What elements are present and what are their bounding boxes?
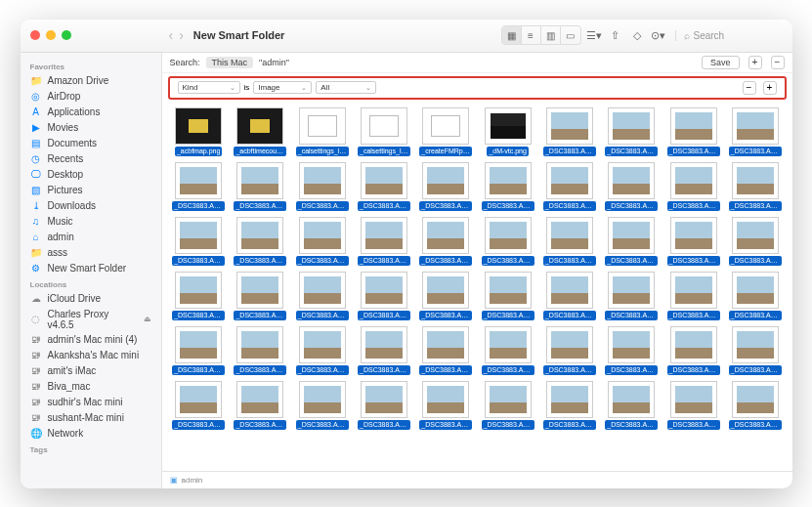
tag-icon[interactable]: ◇: [628, 26, 646, 44]
file-item[interactable]: _DSC3883.ARW: [540, 326, 598, 375]
share-icon[interactable]: ⇧: [607, 26, 624, 44]
file-item[interactable]: _DSC3883.ARW: [540, 107, 598, 156]
file-item[interactable]: _DSC3883.ARW: [170, 272, 228, 320]
remove-rule-button[interactable]: −: [771, 56, 785, 69]
filter-qualifier-select[interactable]: All⌄: [316, 81, 376, 94]
file-item[interactable]: _DSC3883.ARW: [417, 381, 475, 430]
scope-admin[interactable]: "admin": [259, 58, 289, 67]
file-item[interactable]: _DSC3883.ARW: [726, 217, 784, 266]
sidebar-item[interactable]: ▶Movies: [21, 120, 161, 136]
sidebar-item[interactable]: ◌Charles Proxy v4.6.5⏏: [21, 307, 161, 332]
sidebar-item[interactable]: 🖳admin's Mac mini (4): [21, 332, 161, 348]
file-item[interactable]: _DSC3883.ARW: [293, 381, 351, 430]
filter-value-select[interactable]: Image⌄: [253, 81, 312, 94]
sidebar-item[interactable]: 🖳Akanksha's Mac mini: [21, 348, 161, 363]
sidebar-item[interactable]: ◎AirDrop: [21, 89, 161, 105]
sidebar-item[interactable]: 🖳sudhir's Mac mini: [21, 395, 161, 410]
file-item[interactable]: _DSC3883.ARW: [293, 326, 351, 375]
file-item[interactable]: _DSC3883.ARW: [540, 272, 598, 320]
file-item[interactable]: _DSC3883.ARW: [664, 162, 722, 211]
file-item[interactable]: _DSC3883.ARW: [417, 272, 475, 320]
file-item[interactable]: _DSC3883.ARW: [417, 162, 475, 211]
file-item[interactable]: _DSC3883.ARW: [293, 272, 351, 320]
file-item[interactable]: _DSC3883.ARW: [540, 162, 598, 211]
file-item[interactable]: _DSC3883.ARW: [726, 272, 784, 320]
file-item[interactable]: _DSC3883.ARW: [603, 217, 661, 266]
file-item[interactable]: _dM-vtc.png: [479, 107, 536, 156]
sidebar-item[interactable]: AApplications: [21, 105, 161, 120]
file-item[interactable]: _DSC3883.ARW: [170, 162, 228, 211]
zoom-icon[interactable]: [62, 30, 71, 40]
file-item[interactable]: _DSC3883.ARW: [170, 326, 228, 375]
file-item[interactable]: _DSC3883.ARW: [664, 381, 722, 430]
action-dropdown[interactable]: ⊙▾: [650, 26, 667, 44]
sidebar-item[interactable]: ⤓Downloads: [21, 198, 161, 214]
file-item[interactable]: _DSC3883.ARW: [726, 326, 784, 375]
file-item[interactable]: _DSC3883.ARW: [293, 162, 351, 211]
file-item[interactable]: _DSC3883.ARW: [603, 107, 661, 156]
save-button[interactable]: Save: [702, 56, 740, 69]
file-item[interactable]: _DSC3883.ARW: [355, 217, 412, 266]
minimize-icon[interactable]: [46, 30, 56, 40]
list-view-button[interactable]: ≡: [522, 26, 541, 44]
file-item[interactable]: _DSC3883.ARW: [479, 162, 536, 211]
file-item[interactable]: _DSC3883.ARW: [479, 381, 536, 430]
file-item[interactable]: _acbftimecourse.png: [232, 107, 289, 156]
file-item[interactable]: _DSC3883.ARW: [664, 217, 722, 266]
sidebar-item[interactable]: 📁asss: [21, 245, 161, 261]
group-button[interactable]: ☰▾: [585, 26, 603, 44]
file-item[interactable]: _createFMRproject.png: [417, 107, 475, 156]
file-item[interactable]: _DSC3883.ARW: [603, 381, 661, 430]
sidebar-item[interactable]: ◷Recents: [21, 151, 161, 167]
sidebar-item[interactable]: ⚙New Smart Folder: [21, 261, 161, 276]
file-item[interactable]: _DSC3883.ARW: [417, 326, 475, 375]
file-item[interactable]: _DSC3883.ARW: [293, 217, 351, 266]
gallery-view-button[interactable]: ▭: [561, 26, 580, 44]
file-item[interactable]: _DSC3883.ARW: [726, 107, 784, 156]
file-item[interactable]: _DSC3883.ARW: [232, 217, 289, 266]
view-switcher[interactable]: ▦ ≡ ▥ ▭: [501, 25, 581, 45]
file-item[interactable]: _DSC3883.ARW: [355, 381, 412, 430]
column-view-button[interactable]: ▥: [541, 26, 561, 44]
sidebar-item[interactable]: ▧Pictures: [21, 183, 161, 198]
sidebar-item[interactable]: ☁iCloud Drive: [21, 291, 161, 307]
file-item[interactable]: _DSC3883.ARW: [726, 381, 784, 430]
file-item[interactable]: _DSC3883.ARW: [540, 217, 598, 266]
file-item[interactable]: _DSC3883.ARW: [603, 272, 661, 320]
file-item[interactable]: _DSC3883.ARW: [170, 217, 228, 266]
sidebar-item[interactable]: ♫Music: [21, 214, 161, 230]
path-text[interactable]: admin: [182, 476, 203, 485]
file-item[interactable]: _acbfmap.png: [170, 107, 228, 156]
sidebar-item[interactable]: 📁Amazon Drive: [21, 73, 161, 89]
file-item[interactable]: _DSC3883.ARW: [603, 162, 661, 211]
scope-this-mac[interactable]: This Mac: [206, 57, 254, 68]
rule-add-button[interactable]: +: [763, 81, 777, 95]
sidebar-item[interactable]: ▤Documents: [21, 136, 161, 151]
sidebar-item[interactable]: 🖵Desktop: [21, 167, 161, 183]
file-item[interactable]: _DSC3883.ARW: [664, 107, 722, 156]
icon-view-button[interactable]: ▦: [502, 26, 522, 44]
file-item[interactable]: _DSC3883.ARW: [232, 162, 289, 211]
forward-button[interactable]: ›: [179, 27, 184, 43]
file-item[interactable]: _DSC3883.ARW: [664, 326, 722, 375]
file-item[interactable]: _DSC3883.ARW: [664, 272, 722, 320]
eject-icon[interactable]: ⏏: [144, 315, 151, 323]
file-item[interactable]: _DSC3883.ARW: [479, 217, 536, 266]
sidebar-item[interactable]: 🖳Biva_mac: [21, 379, 161, 395]
file-item[interactable]: _DSC3883.ARW: [355, 162, 412, 211]
sidebar-item[interactable]: ⌂admin: [21, 230, 161, 245]
file-item[interactable]: _DSC3883.ARW: [479, 326, 536, 375]
close-icon[interactable]: [30, 30, 40, 40]
file-item[interactable]: _calsettings_logpane_cropped.png: [355, 107, 412, 156]
filter-attribute-select[interactable]: Kind⌄: [178, 81, 240, 94]
file-item[interactable]: _DSC3883.ARW: [540, 381, 598, 430]
sidebar-item[interactable]: 🖳sushant-Mac mini: [21, 410, 161, 426]
rule-remove-button[interactable]: −: [743, 81, 756, 95]
file-item[interactable]: _DSC3883.ARW: [355, 272, 412, 320]
back-button[interactable]: ‹: [169, 27, 174, 43]
file-item[interactable]: _DSC3883.ARW: [726, 162, 784, 211]
file-item[interactable]: _DSC3883.ARW: [603, 326, 661, 375]
file-item[interactable]: _DSC3883.ARW: [355, 326, 412, 375]
file-item[interactable]: _calsettings_logpane.png: [293, 107, 351, 156]
file-item[interactable]: _DSC3883.ARW: [232, 381, 289, 430]
